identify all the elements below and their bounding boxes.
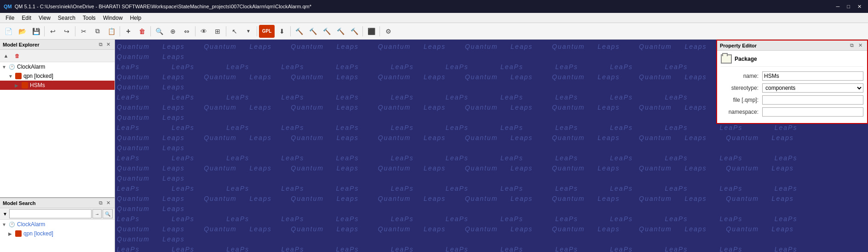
cut-button[interactable]: ✂	[77, 25, 90, 38]
package-label: Package	[735, 56, 757, 62]
file-field[interactable]	[762, 95, 863, 105]
save-button[interactable]: 💾	[29, 25, 42, 38]
search-expand-qpn[interactable]: ▶	[8, 231, 15, 236]
search-input[interactable]	[9, 209, 92, 218]
zoom-button[interactable]: ⇔	[180, 25, 193, 38]
explorer-toolbar: ▲ 🗑	[0, 50, 115, 62]
sep6	[226, 26, 226, 36]
stereotype-label: stereotype:	[721, 85, 762, 91]
menu-tools[interactable]: Tools	[79, 14, 99, 22]
explorer-delete-button[interactable]: 🗑	[12, 51, 22, 61]
menu-file[interactable]: File	[2, 14, 18, 22]
property-float-button[interactable]: ⧉	[848, 42, 856, 49]
remove-button[interactable]: 🗑	[136, 25, 149, 38]
grid-button[interactable]: ⊞	[211, 25, 224, 38]
search-clear-button[interactable]: 🔍	[103, 209, 113, 218]
menu-view[interactable]: View	[35, 14, 54, 22]
title-bar: QM QM 5.1.1 - C:\Users\nieki\OneDrive - …	[0, 0, 868, 13]
search-qpn-icon	[15, 230, 22, 237]
tool1-button[interactable]: 🔨	[293, 25, 305, 38]
menu-bar: File Edit View Search Tools Window Help	[0, 13, 868, 23]
name-row: name:	[721, 71, 863, 81]
left-panel: Model Explorer ⧉ ✕ ▲ 🗑 ▼ 🕐 ClockAlarm ▼ …	[0, 40, 115, 252]
sep9	[362, 26, 363, 36]
fit-button[interactable]: ⊕	[167, 25, 179, 38]
redo-button[interactable]: ↪	[60, 25, 73, 38]
search-qpn-label: qpn [locked]	[23, 230, 53, 237]
search-tree-item-qpn[interactable]: ▶ qpn [locked]	[0, 229, 115, 238]
paste-button[interactable]: 📋	[105, 25, 118, 38]
menu-search[interactable]: Search	[54, 14, 79, 22]
eye-button[interactable]: 👁	[197, 25, 210, 38]
stereotype-row: stereotype: components interface type	[721, 83, 863, 93]
settings-button[interactable]: ⚙	[382, 25, 395, 38]
gpl-button[interactable]: GPL	[259, 25, 275, 38]
search-tree: ▼ 🕐 ClockAlarm ▶ qpn [locked]	[0, 220, 115, 252]
select-dropdown[interactable]: ▼	[242, 25, 255, 38]
search-clockalarm-icon: 🕐	[8, 221, 16, 228]
new-button[interactable]: 📄	[2, 25, 15, 38]
title-bar-left: QM QM 5.1.1 - C:\Users\nieki\OneDrive - …	[4, 4, 311, 9]
stop-button[interactable]: ⬛	[365, 25, 378, 38]
explorer-float-button[interactable]: ⧉	[98, 41, 104, 48]
sep10	[379, 26, 380, 36]
property-close-button[interactable]: ✕	[857, 42, 864, 49]
expand-clockalarm[interactable]: ▼	[2, 64, 8, 70]
model-explorer: ▲ 🗑 ▼ 🕐 ClockAlarm ▼ qpn [locked] ▶ HSMs	[0, 50, 115, 197]
window-title: QM 5.1.1 - C:\Users\nieki\OneDrive - BHA…	[15, 4, 311, 9]
search-expand-clockalarm[interactable]: ▼	[2, 222, 8, 227]
property-editor-controls: ⧉ ✕	[848, 42, 864, 49]
tree-item-clockalarm[interactable]: ▼ 🕐 ClockAlarm	[0, 62, 115, 71]
stereotype-select[interactable]: components interface type	[762, 83, 863, 93]
clockalarm-label: ClockAlarm	[17, 64, 45, 70]
tree-item-hsms[interactable]: ▶ HSMs	[0, 81, 115, 90]
model-explorer-header: Model Explorer ⧉ ✕	[0, 40, 115, 50]
tool3-button[interactable]: 🔨	[320, 25, 333, 38]
close-button[interactable]: ✕	[855, 3, 864, 11]
file-row: file [.qmp]:	[721, 95, 863, 105]
property-editor-header: Property Editor ⧉ ✕	[717, 41, 867, 51]
undo-button[interactable]: ↩	[46, 25, 59, 38]
main-layout: Model Explorer ⧉ ✕ ▲ 🗑 ▼ 🕐 ClockAlarm ▼ …	[0, 40, 868, 252]
explorer-up-button[interactable]: ▲	[1, 51, 11, 61]
explorer-close-button[interactable]: ✕	[105, 41, 112, 48]
name-field[interactable]	[762, 71, 863, 81]
search-button[interactable]: 🔍	[153, 25, 166, 38]
export-button[interactable]: ⬇	[276, 25, 288, 38]
add-button[interactable]: +	[122, 25, 135, 38]
open-button[interactable]: 📂	[16, 25, 29, 38]
package-icon	[721, 54, 732, 64]
canvas-area[interactable]: Quantum Leaps Quantum Leaps Quantum Leap…	[115, 40, 868, 252]
file-label: file [.qmp]:	[721, 97, 762, 103]
search-dropdown-arrow[interactable]: ▼	[2, 211, 8, 217]
search-float-button[interactable]: ⧉	[98, 199, 104, 206]
expand-qpn[interactable]: ▼	[8, 74, 15, 79]
tree-item-qpn[interactable]: ▼ qpn [locked]	[0, 71, 115, 81]
namespace-field[interactable]	[762, 107, 863, 117]
search-close-button[interactable]: ✕	[105, 199, 112, 206]
search-go-button[interactable]: →	[92, 209, 102, 218]
sep7	[257, 26, 257, 36]
menu-help[interactable]: Help	[126, 14, 145, 22]
tool2-button[interactable]: 🔨	[306, 25, 319, 38]
tool5-button[interactable]: 🔨	[348, 25, 361, 38]
minimize-button[interactable]: ─	[834, 3, 843, 11]
menu-edit[interactable]: Edit	[18, 14, 35, 22]
sep5	[195, 26, 195, 36]
search-clockalarm-label: ClockAlarm	[17, 221, 45, 228]
clockalarm-icon: 🕐	[8, 63, 16, 70]
search-tree-item-clockalarm[interactable]: ▼ 🕐 ClockAlarm	[0, 220, 115, 229]
model-explorer-controls: ⧉ ✕	[98, 41, 112, 48]
tool4-button[interactable]: 🔨	[334, 25, 347, 38]
app-icon: QM	[4, 4, 12, 9]
property-content: Package name: stereotype: components int…	[717, 51, 867, 123]
namespace-row: namespace:	[721, 107, 863, 117]
search-input-row: ▼ → 🔍	[0, 208, 115, 220]
property-editor-title: Property Editor	[720, 43, 757, 48]
maximize-button[interactable]: □	[844, 3, 853, 11]
model-explorer-title: Model Explorer	[3, 42, 39, 47]
select-button[interactable]: ↖	[228, 25, 241, 38]
copy-button[interactable]: ⧉	[91, 25, 104, 38]
menu-window[interactable]: Window	[99, 14, 126, 22]
expand-hsms[interactable]: ▶	[15, 83, 21, 88]
